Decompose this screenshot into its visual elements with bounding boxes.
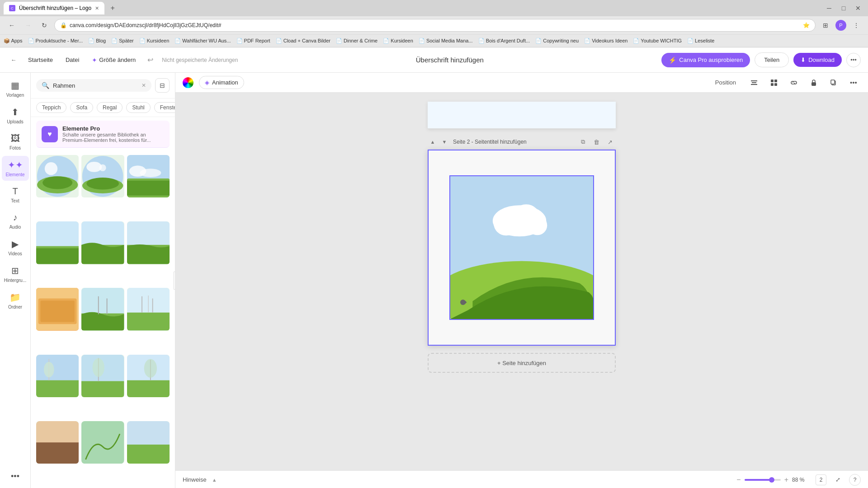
zoom-slider[interactable] [745,479,781,481]
bookmark-blog[interactable]: 📄 Blog [88,38,106,44]
tag-regal[interactable]: Regal [97,102,123,113]
page-nav-down-btn[interactable]: ▼ [439,137,449,147]
thumb-7[interactable] [36,288,79,330]
sidebar-item-audio[interactable]: ♪ Audio [2,209,29,233]
tag-fenster[interactable]: Fenster [154,102,175,113]
canvas-scroll[interactable]: ▲ ▼ Seite 2 - Seitentitel hinzufügen ⧉ 🗑… [175,93,868,470]
profile-btn[interactable]: P [835,20,846,31]
bookmark-kursideen2[interactable]: 📄 Kursideen [383,38,413,44]
sidebar-item-videos[interactable]: ▶ Videos [2,235,29,260]
active-tab[interactable]: C Überschrift hinzufügen – Logo ✕ [4,2,104,14]
color-picker-btn[interactable] [183,77,193,88]
collapse-bottom-icon[interactable]: ▲ [212,477,217,483]
share-btn[interactable]: Teilen [755,52,789,67]
thumb-15[interactable] [127,421,170,464]
thumb-12[interactable] [127,355,170,397]
thumb-9[interactable] [127,288,170,330]
add-page-btn[interactable]: + Seite hinzufügen [428,353,616,373]
copy-icon-btn[interactable] [826,75,841,90]
sidebar-item-fotos[interactable]: 🖼 Fotos [2,130,29,154]
sidebar-item-ordner[interactable]: 📁 Ordner [2,288,29,313]
zoom-in-btn[interactable]: + [784,476,788,484]
bookmark-dinner[interactable]: 📄 Dinner & Crime [336,38,377,44]
filter-btn[interactable]: ⊟ [155,78,170,93]
extensions-btn[interactable]: ⊞ [819,19,832,32]
search-input-wrap[interactable]: 🔍 ✕ [36,79,151,92]
thumb-14[interactable] [81,421,124,464]
search-clear-btn[interactable]: ✕ [142,82,146,89]
fullscreen-btn[interactable]: ⤢ [832,474,844,486]
sidebar-item-hintergrund[interactable]: ⊞ Hintergru... [2,262,29,286]
back-nav-btn[interactable]: ← [5,19,18,32]
bookmark-cload[interactable]: 📄 Cload + Canva Bilder [276,38,330,44]
download-btn[interactable]: ⬇ Download [793,53,842,67]
more-options-btn[interactable]: ••• [846,53,861,67]
tab-close-btn[interactable]: ✕ [95,5,99,11]
bookmark-apps[interactable]: 📦 Apps [4,38,23,44]
bookmark-social[interactable]: 📄 Social Media Mana... [419,38,473,44]
new-tab-btn[interactable]: + [106,2,119,14]
sidebar-item-uploads[interactable]: ⬆ Uploads [2,103,29,128]
tag-sofa[interactable]: Sofa [70,102,93,113]
back-to-home-btn[interactable]: ← [7,54,20,66]
bookmark-spaeter[interactable]: 📄 Später [111,38,133,44]
pro-banner[interactable]: ♥ Elemente Pro Schalte unsere gesamte Bi… [36,121,170,148]
bookmark-produktsuche[interactable]: 📄 Produktsuche - Mer... [28,38,83,44]
bookmark-youtube[interactable]: 📄 Youtube WICHTIG [633,38,682,44]
design-title[interactable]: Überschrift hinzufügen [416,56,484,64]
lock-icon-btn[interactable] [807,75,821,90]
page-duplicate-btn[interactable]: ⧉ [577,136,589,148]
page-delete-btn[interactable]: 🗑 [590,136,602,148]
sidebar-item-elemente[interactable]: ✦✦ Elemente [2,156,29,181]
thumb-6[interactable] [127,221,170,264]
design-page-2[interactable] [428,150,616,346]
minimize-btn[interactable]: ─ [823,2,835,14]
size-change-btn[interactable]: ✦ Größe ändern [87,54,140,66]
page-2-title[interactable]: Seite 2 - Seitentitel hinzufügen [453,139,573,145]
link-icon-btn[interactable] [787,75,801,90]
browser-menu-btn[interactable]: ⋮ [850,19,863,32]
more-canvas-btn[interactable]: ••• [846,75,861,90]
thumb-11[interactable] [81,355,124,397]
bookmark-leseliste[interactable]: 📄 Leseliste [687,38,714,44]
thumb-5[interactable] [81,221,124,264]
align-icon-btn[interactable] [747,75,761,90]
canva-pro-btn[interactable]: ⚡ Canva Pro ausprobieren [661,53,750,67]
maximize-btn[interactable]: □ [837,2,850,14]
undo-btn[interactable]: ↩ [144,54,156,66]
search-input[interactable] [53,82,138,89]
page-share-btn[interactable]: ↗ [604,136,616,148]
sidebar-more-btn[interactable]: ••• [7,468,23,485]
close-btn[interactable]: ✕ [852,2,864,14]
tag-stuhl[interactable]: Stuhl [126,102,150,113]
refresh-btn[interactable]: ↻ [38,19,51,32]
page-nav-up-btn[interactable]: ▲ [428,137,438,147]
zoom-slider-thumb[interactable] [769,477,774,483]
bookmark-videokurs[interactable]: 📄 Videokurs Ideen [584,38,627,44]
thumb-8[interactable] [81,288,124,330]
thumb-3[interactable] [127,155,170,197]
notes-btn[interactable]: Hinweise [183,476,207,483]
position-btn[interactable]: Position [710,76,741,89]
bookmark-pdf[interactable]: 📄 PDF Report [236,38,270,44]
thumb-10[interactable] [36,355,79,397]
sidebar-item-text[interactable]: T Text [2,183,29,207]
url-bar[interactable]: 🔒 canva.com/design/DAEdomzscjl/dr8fjHdCo… [54,19,816,32]
help-btn[interactable]: ? [849,474,861,486]
bookmark-copywriting[interactable]: 📄 Copywriting neu [535,38,579,44]
selected-element[interactable] [449,175,594,320]
bookmark-kursideen[interactable]: 📄 Kursideen [139,38,170,44]
thumb-13[interactable] [36,421,79,464]
animation-btn[interactable]: ◈ Animation [199,76,244,89]
thumb-4[interactable] [36,221,79,264]
thumb-1[interactable] [36,155,79,197]
file-menu-btn[interactable]: Datei [61,54,84,66]
bookmark-bois[interactable]: 📄 Bois d'Argent Duft... [478,38,530,44]
grid-icon-btn[interactable] [767,75,781,90]
forward-nav-btn[interactable]: → [22,19,34,32]
bookmark-wahlfaecher[interactable]: 📄 Wahlfächer WU Aus... [175,38,231,44]
zoom-out-btn[interactable]: − [736,476,741,484]
tag-teppich[interactable]: Teppich [36,102,66,113]
home-btn[interactable]: Startseite [24,54,57,66]
thumb-2[interactable] [81,155,124,197]
